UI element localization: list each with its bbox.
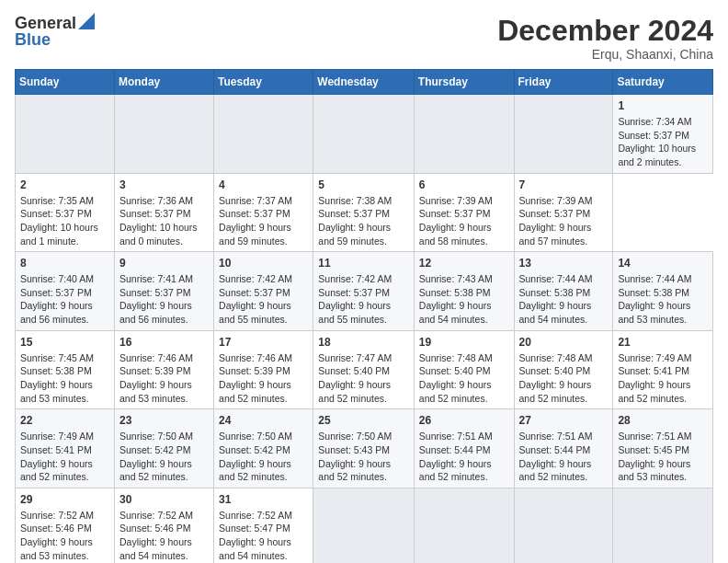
calendar-table: SundayMondayTuesdayWednesdayThursdayFrid…	[15, 69, 713, 563]
day-number: 13	[519, 256, 609, 271]
calendar-cell: 15Sunrise: 7:45 AMSunset: 5:38 PMDayligh…	[16, 330, 115, 409]
month-title: December 2024	[497, 15, 713, 47]
logo-triangle-icon	[78, 13, 95, 29]
calendar-cell: 19Sunrise: 7:48 AMSunset: 5:40 PMDayligh…	[414, 330, 514, 409]
calendar-week-2: 2Sunrise: 7:35 AMSunset: 5:37 PMDaylight…	[16, 173, 713, 252]
calendar-cell: 2Sunrise: 7:35 AMSunset: 5:37 PMDaylight…	[16, 173, 115, 252]
calendar-cell: 24Sunrise: 7:50 AMSunset: 5:42 PMDayligh…	[214, 409, 313, 488]
calendar-cell: 16Sunrise: 7:46 AMSunset: 5:39 PMDayligh…	[114, 330, 213, 409]
day-header-sunday: Sunday	[16, 70, 115, 95]
calendar-cell: 31Sunrise: 7:52 AMSunset: 5:47 PMDayligh…	[214, 488, 313, 563]
calendar-week-6: 29Sunrise: 7:52 AMSunset: 5:46 PMDayligh…	[16, 488, 713, 563]
day-header-friday: Friday	[514, 70, 613, 95]
day-number: 6	[419, 178, 509, 193]
title-block: December 2024 Erqu, Shaanxi, China	[497, 15, 713, 62]
calendar-cell: 17Sunrise: 7:46 AMSunset: 5:39 PMDayligh…	[214, 330, 313, 409]
calendar-week-3: 8Sunrise: 7:40 AMSunset: 5:37 PMDaylight…	[16, 252, 713, 331]
calendar-cell: 27Sunrise: 7:51 AMSunset: 5:44 PMDayligh…	[514, 409, 613, 488]
day-number: 23	[119, 413, 209, 429]
calendar-cell: 18Sunrise: 7:47 AMSunset: 5:40 PMDayligh…	[313, 330, 415, 409]
day-number: 18	[318, 335, 409, 350]
day-header-thursday: Thursday	[414, 70, 514, 95]
day-number: 2	[20, 178, 109, 193]
calendar-cell	[514, 488, 613, 563]
page-header: General Blue December 2024 Erqu, Shaanxi…	[15, 15, 713, 62]
calendar-cell: 20Sunrise: 7:48 AMSunset: 5:40 PMDayligh…	[514, 330, 613, 409]
location-text: Erqu, Shaanxi, China	[497, 47, 713, 62]
day-number: 16	[119, 335, 209, 350]
calendar-cell	[613, 488, 713, 563]
calendar-cell: 21Sunrise: 7:49 AMSunset: 5:41 PMDayligh…	[613, 330, 713, 409]
day-header-tuesday: Tuesday	[214, 70, 313, 95]
calendar-cell	[214, 95, 313, 174]
calendar-week-1: 1Sunrise: 7:34 AMSunset: 5:37 PMDaylight…	[16, 95, 713, 174]
day-number: 27	[519, 413, 609, 429]
logo-blue-text: Blue	[15, 31, 51, 48]
calendar-body: 1Sunrise: 7:34 AMSunset: 5:37 PMDaylight…	[16, 95, 713, 563]
calendar-week-4: 15Sunrise: 7:45 AMSunset: 5:38 PMDayligh…	[16, 330, 713, 409]
calendar-cell: 29Sunrise: 7:52 AMSunset: 5:46 PMDayligh…	[16, 488, 115, 563]
day-number: 30	[119, 492, 209, 508]
calendar-cell: 9Sunrise: 7:41 AMSunset: 5:37 PMDaylight…	[114, 252, 213, 331]
day-number: 5	[318, 178, 409, 193]
calendar-cell: 7Sunrise: 7:39 AMSunset: 5:37 PMDaylight…	[514, 173, 613, 252]
day-number: 14	[618, 256, 708, 271]
logo: General Blue	[15, 15, 95, 48]
calendar-cell: 5Sunrise: 7:38 AMSunset: 5:37 PMDaylight…	[313, 173, 415, 252]
header-row: SundayMondayTuesdayWednesdayThursdayFrid…	[16, 70, 713, 95]
day-number: 25	[318, 413, 409, 429]
svg-marker-0	[78, 13, 95, 29]
day-number: 10	[219, 256, 308, 271]
day-number: 3	[119, 178, 209, 193]
day-number: 24	[219, 413, 308, 429]
day-number: 26	[419, 413, 509, 429]
calendar-cell: 12Sunrise: 7:43 AMSunset: 5:38 PMDayligh…	[414, 252, 514, 331]
day-number: 7	[519, 178, 609, 193]
calendar-cell	[414, 95, 514, 174]
calendar-header: SundayMondayTuesdayWednesdayThursdayFrid…	[16, 70, 713, 95]
day-number: 22	[20, 413, 109, 429]
day-number: 12	[419, 256, 509, 271]
calendar-cell: 25Sunrise: 7:50 AMSunset: 5:43 PMDayligh…	[313, 409, 415, 488]
day-number: 8	[20, 256, 109, 271]
calendar-cell: 1Sunrise: 7:34 AMSunset: 5:37 PMDaylight…	[613, 95, 713, 174]
calendar-cell: 10Sunrise: 7:42 AMSunset: 5:37 PMDayligh…	[214, 252, 313, 331]
day-header-monday: Monday	[114, 70, 213, 95]
calendar-cell	[16, 95, 115, 174]
day-number: 29	[20, 492, 109, 508]
calendar-cell: 22Sunrise: 7:49 AMSunset: 5:41 PMDayligh…	[16, 409, 115, 488]
day-number: 11	[318, 256, 409, 271]
day-number: 4	[219, 178, 308, 193]
calendar-cell: 11Sunrise: 7:42 AMSunset: 5:37 PMDayligh…	[313, 252, 415, 331]
calendar-cell: 13Sunrise: 7:44 AMSunset: 5:38 PMDayligh…	[514, 252, 613, 331]
day-number: 17	[219, 335, 308, 350]
calendar-cell: 26Sunrise: 7:51 AMSunset: 5:44 PMDayligh…	[414, 409, 514, 488]
day-number: 9	[119, 256, 209, 271]
day-number: 1	[618, 98, 708, 114]
day-number: 20	[519, 335, 609, 350]
calendar-cell: 8Sunrise: 7:40 AMSunset: 5:37 PMDaylight…	[16, 252, 115, 331]
day-header-saturday: Saturday	[613, 70, 713, 95]
calendar-cell: 6Sunrise: 7:39 AMSunset: 5:37 PMDaylight…	[414, 173, 514, 252]
calendar-cell: 28Sunrise: 7:51 AMSunset: 5:45 PMDayligh…	[613, 409, 713, 488]
logo-general-text: General	[15, 15, 76, 31]
calendar-cell	[514, 95, 613, 174]
day-number: 19	[419, 335, 509, 350]
calendar-cell: 3Sunrise: 7:36 AMSunset: 5:37 PMDaylight…	[114, 173, 213, 252]
calendar-cell: 30Sunrise: 7:52 AMSunset: 5:46 PMDayligh…	[114, 488, 213, 563]
day-header-wednesday: Wednesday	[313, 70, 415, 95]
calendar-cell	[414, 488, 514, 563]
day-number: 28	[618, 413, 708, 429]
day-number: 15	[20, 335, 109, 350]
day-number: 31	[219, 492, 308, 508]
calendar-cell: 23Sunrise: 7:50 AMSunset: 5:42 PMDayligh…	[114, 409, 213, 488]
day-number: 21	[618, 335, 708, 350]
calendar-cell	[313, 95, 415, 174]
calendar-cell: 14Sunrise: 7:44 AMSunset: 5:38 PMDayligh…	[613, 252, 713, 331]
calendar-cell	[313, 488, 415, 563]
calendar-week-5: 22Sunrise: 7:49 AMSunset: 5:41 PMDayligh…	[16, 409, 713, 488]
calendar-cell: 4Sunrise: 7:37 AMSunset: 5:37 PMDaylight…	[214, 173, 313, 252]
calendar-cell	[114, 95, 213, 174]
